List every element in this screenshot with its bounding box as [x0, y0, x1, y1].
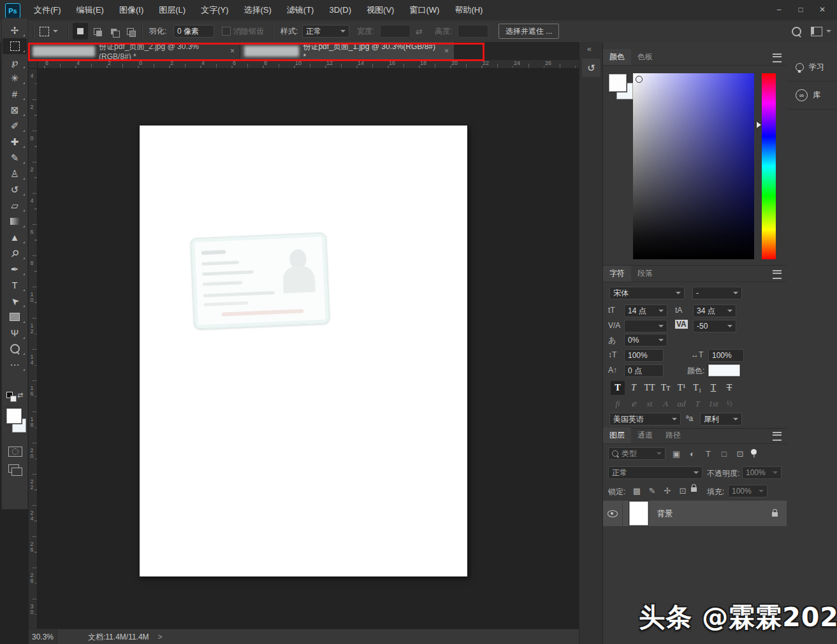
font-size-select[interactable]: 14 点: [624, 304, 667, 317]
filter-pixel-layers-icon[interactable]: ▣: [669, 447, 683, 460]
style-select[interactable]: 正常: [302, 25, 349, 38]
screen-mode-button[interactable]: [8, 464, 19, 473]
layer-thumbnail[interactable]: [629, 501, 648, 526]
rectangle-tool[interactable]: [3, 309, 27, 325]
fractions-button[interactable]: ½: [722, 397, 736, 411]
height-input[interactable]: [458, 25, 488, 38]
hand-tool[interactable]: Ψ: [3, 325, 27, 341]
lock-pixels-icon[interactable]: ✎: [645, 484, 659, 497]
dodge-tool[interactable]: ⚲: [3, 245, 27, 261]
lock-transparency-icon[interactable]: ▩: [630, 484, 644, 497]
tool-preset[interactable]: [40, 20, 58, 42]
menu-item[interactable]: 视图(V): [360, 0, 401, 20]
menu-item[interactable]: 图像(I): [112, 0, 150, 20]
tab-layers[interactable]: 图层: [603, 427, 631, 443]
vertical-ruler[interactable]: 4202468101214161820222426283032: [29, 68, 38, 629]
panel-menu-icon[interactable]: [773, 270, 782, 279]
ligatures-button[interactable]: fi: [611, 397, 625, 411]
intersect-selection-button[interactable]: [122, 23, 138, 39]
learn-panel-button[interactable]: 学习: [787, 54, 837, 82]
tab-color[interactable]: 颜色: [603, 49, 631, 65]
crop-tool[interactable]: #: [3, 86, 27, 102]
text-color-swatch[interactable]: [708, 364, 740, 376]
quick-mask-button[interactable]: [8, 447, 22, 457]
baseline-shift-input[interactable]: 0 点: [624, 364, 664, 377]
tab-paths[interactable]: 路径: [659, 427, 687, 443]
status-chevron-icon[interactable]: >: [158, 633, 163, 641]
foreground-color-swatch[interactable]: [609, 74, 627, 92]
stylistic-alt-button[interactable]: st: [643, 397, 657, 411]
color-selection-marker[interactable]: [636, 76, 643, 83]
leading-select[interactable]: 34 点: [693, 304, 736, 317]
close-button[interactable]: ✕: [812, 0, 833, 19]
zoom-tool[interactable]: [3, 341, 27, 357]
filter-shape-layers-icon[interactable]: □: [717, 447, 731, 460]
opacity-input[interactable]: 100%: [742, 466, 782, 479]
zoom-level-input[interactable]: 30.3%: [29, 629, 57, 644]
lock-artboard-icon[interactable]: ⊡: [676, 484, 690, 497]
menu-item[interactable]: 图层(L): [152, 0, 193, 20]
collapse-panels-icon[interactable]: «: [587, 45, 592, 54]
blend-mode-select[interactable]: 正常: [608, 466, 702, 479]
path-selection-tool[interactable]: ➤: [3, 293, 27, 309]
menu-item[interactable]: 选择(S): [237, 0, 278, 20]
hue-slider[interactable]: [762, 73, 776, 259]
eraser-tool[interactable]: ▱: [3, 197, 27, 213]
tsume-select[interactable]: 0%: [624, 334, 667, 347]
rectangular-marquee-tool[interactable]: [3, 38, 27, 54]
edit-toolbar[interactable]: ⋯: [3, 357, 27, 373]
titling-alt-button[interactable]: A: [659, 397, 673, 411]
underline-button[interactable]: T: [706, 381, 720, 395]
ordinals-button[interactable]: 1st: [706, 397, 720, 411]
antialias-checkbox[interactable]: [222, 27, 231, 36]
new-selection-button[interactable]: [73, 23, 88, 39]
tracking-select[interactable]: -50: [693, 320, 736, 333]
vertical-scale-input[interactable]: 100%: [624, 349, 664, 362]
tab-channels[interactable]: 通道: [631, 427, 659, 443]
tab-swatches[interactable]: 色板: [631, 49, 659, 65]
faux-italic-button[interactable]: T: [627, 381, 641, 395]
filter-toggle-pin-icon[interactable]: [751, 449, 757, 455]
layer-filter-select[interactable]: 类型: [608, 447, 666, 460]
tab-paragraph[interactable]: 段落: [631, 266, 659, 282]
search-icon[interactable]: [792, 27, 801, 36]
font-style-select[interactable]: -: [692, 287, 742, 299]
all-caps-button[interactable]: TT: [643, 381, 657, 395]
saturation-brightness-field[interactable]: [633, 73, 754, 259]
horizontal-scale-input[interactable]: 100%: [708, 349, 744, 362]
panel-menu-icon[interactable]: [773, 54, 782, 62]
foreground-color-swatch[interactable]: [6, 408, 22, 424]
tab-character[interactable]: 字符: [603, 266, 631, 282]
history-brush-tool[interactable]: ↺: [3, 182, 27, 197]
filter-smart-objects-icon[interactable]: ⊡: [733, 447, 747, 460]
menu-item[interactable]: 编辑(E): [69, 0, 111, 20]
width-input[interactable]: [380, 25, 411, 38]
menu-item[interactable]: 窗口(W): [402, 0, 446, 20]
maximize-button[interactable]: □: [790, 0, 812, 19]
minimize-button[interactable]: –: [768, 0, 790, 19]
add-to-selection-button[interactable]: [89, 23, 105, 39]
pen-tool[interactable]: ✒: [3, 261, 27, 277]
horizontal-ruler[interactable]: 64202468101214161820222426: [29, 60, 579, 69]
visibility-toggle[interactable]: [603, 501, 623, 526]
history-panel-icon[interactable]: ↺: [582, 59, 600, 77]
antialias-select[interactable]: 犀利: [700, 413, 742, 426]
swap-colors-icon[interactable]: ⇄: [17, 391, 23, 399]
type-tool[interactable]: T: [3, 277, 27, 293]
feather-input[interactable]: 0 像素: [173, 25, 214, 38]
lasso-tool[interactable]: ℘: [3, 54, 27, 70]
swap-dimensions-icon[interactable]: ⇄: [416, 20, 423, 42]
select-and-mask-button[interactable]: 选择并遮住 ...: [499, 24, 559, 39]
workspace-icon[interactable]: [811, 27, 822, 36]
superscript-button[interactable]: T¹: [674, 381, 688, 395]
quick-selection-tool[interactable]: ✳: [3, 70, 27, 86]
gradient-tool[interactable]: [3, 213, 27, 229]
language-select[interactable]: 美国英语: [609, 413, 681, 426]
filter-type-layers-icon[interactable]: T: [701, 447, 715, 460]
filter-adjustment-layers-icon[interactable]: ◐: [685, 447, 699, 460]
swash-button[interactable]: ℯ: [627, 397, 641, 411]
panel-menu-icon[interactable]: [773, 432, 782, 441]
contextual-alt-button[interactable]: ad: [674, 397, 688, 411]
faux-bold-button[interactable]: T: [611, 381, 625, 395]
subscript-button[interactable]: T₁: [690, 381, 704, 395]
